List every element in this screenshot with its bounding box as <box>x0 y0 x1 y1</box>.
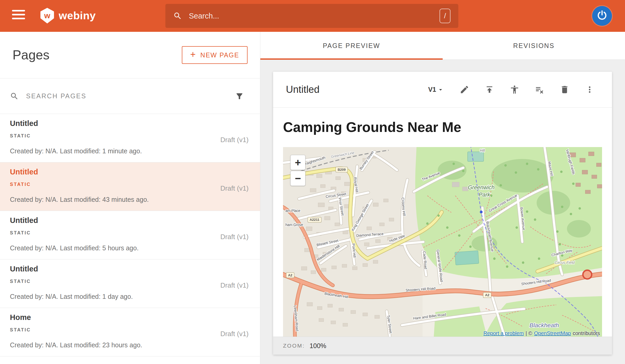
pencil-icon <box>460 85 469 94</box>
page-row-type-badge: STATIC <box>10 279 31 284</box>
map-attribution: Report a problem | © OpenStreetMap contr… <box>483 330 600 336</box>
preview-card-header: Untitled V1 <box>273 72 612 108</box>
tab-bar: PAGE PREVIEW REVISIONS <box>260 32 625 60</box>
delete-button[interactable] <box>554 79 575 101</box>
app-window: w webiny / Pages + NEW PAGE <box>0 0 625 364</box>
version-dropdown[interactable]: V1 <box>428 86 444 93</box>
active-tab-underline <box>260 58 443 60</box>
page-row-status: Draft (v1) <box>220 136 249 144</box>
page-row-meta: Created by: N/A. Last modified: 5 hours … <box>10 244 139 252</box>
new-page-button-label: NEW PAGE <box>200 51 239 59</box>
map-zoom-controls: + − <box>290 155 305 186</box>
list-remove-icon <box>535 85 544 94</box>
more-options-button[interactable] <box>579 79 600 101</box>
zoom-level-label: ZOOM: <box>283 343 305 349</box>
preview-status-bar: ZOOM: 100% <box>273 337 612 355</box>
page-row-type-badge: STATIC <box>10 182 31 187</box>
page-row-status: Draft (v1) <box>220 233 249 241</box>
user-avatar[interactable] <box>592 6 612 26</box>
trash-icon <box>560 85 569 94</box>
attribution-suffix: contributors <box>573 330 600 336</box>
publish-icon <box>485 85 494 94</box>
search-icon <box>173 11 182 20</box>
page-author-button[interactable] <box>503 79 525 101</box>
attribution-separator: | © <box>526 330 532 336</box>
map-marker-dot <box>480 211 483 214</box>
new-page-button[interactable]: + NEW PAGE <box>182 46 248 64</box>
tab-revisions[interactable]: REVISIONS <box>443 32 625 59</box>
report-problem-link[interactable]: Report a problem <box>483 330 524 336</box>
filter-funnel-icon <box>235 92 244 101</box>
page-row-meta: Created by: N/A. Last modified: 1 minute… <box>10 147 142 155</box>
page-row-meta: Created by: N/A. Last modified: 23 hours… <box>10 341 142 349</box>
search-pages-row <box>0 78 260 114</box>
svg-text:B209: B209 <box>338 168 346 172</box>
page-row-title: Home <box>10 313 31 322</box>
kebab-menu-icon <box>585 85 594 94</box>
page-row-title: Untitled <box>10 265 38 273</box>
brand-wordmark: webiny <box>59 10 96 22</box>
tab-page-preview[interactable]: PAGE PREVIEW <box>260 32 443 59</box>
edit-button[interactable] <box>453 79 475 101</box>
webiny-shield-icon: w <box>40 7 55 24</box>
page-list-item[interactable]: Untitled STATIC Draft (v1) Created by: N… <box>0 259 260 308</box>
page-row-type-badge: STATIC <box>10 327 31 333</box>
page-row-title: Untitled <box>10 168 38 176</box>
map-label: Park <box>479 192 490 198</box>
zoom-in-button[interactable]: + <box>290 155 305 170</box>
hamburger-menu-icon[interactable] <box>12 10 25 22</box>
filter-button[interactable] <box>235 92 244 101</box>
top-app-bar: w webiny / <box>0 0 625 32</box>
page-row-title: Untitled <box>10 119 38 128</box>
page-row-title: Untitled <box>10 216 38 225</box>
page-title: Pages <box>13 47 50 63</box>
map-roundabout <box>583 270 592 279</box>
page-list-item[interactable]: Untitled STATIC Draft (v1) Created by: N… <box>0 211 260 259</box>
zoom-out-button[interactable]: − <box>290 171 305 186</box>
page-row-meta: Created by: N/A. Last modified: 43 minut… <box>10 196 149 203</box>
page-row-status: Draft (v1) <box>220 330 249 338</box>
map-label: am Place <box>285 209 301 213</box>
version-label: V1 <box>428 86 436 93</box>
map-label: ham Grove <box>285 223 303 227</box>
publish-button[interactable] <box>478 79 500 101</box>
svg-text:A2: A2 <box>485 293 489 297</box>
person-icon <box>510 85 519 94</box>
page-list-item-selected[interactable]: Untitled STATIC Draft (v1) Created by: N… <box>0 162 260 211</box>
openstreetmap-canvas: A2211 B209 A2 A2 Greenwich Park Blackhea… <box>283 147 602 337</box>
power-icon <box>596 10 608 22</box>
keyboard-shortcut-hint: / <box>440 9 450 23</box>
pages-header: Pages + NEW PAGE <box>0 32 260 78</box>
map-label: Blackheath <box>530 322 559 329</box>
svg-text:w: w <box>44 11 50 20</box>
chevron-down-icon <box>437 86 444 93</box>
unpublish-button[interactable] <box>528 79 550 101</box>
preview-actions <box>453 79 600 101</box>
map-label: Hill <box>480 149 485 153</box>
svg-text:A2: A2 <box>288 273 292 277</box>
global-search[interactable]: / <box>165 4 458 28</box>
plus-icon: + <box>190 49 196 60</box>
page-details-panel: PAGE PREVIEW REVISIONS Untitled V1 <box>260 32 625 364</box>
zoom-level-value: 100% <box>310 342 326 350</box>
map-label: Circus Field <box>555 260 575 265</box>
pages-list-panel: Pages + NEW PAGE Untitled STATIC Draft (… <box>0 32 260 364</box>
map[interactable]: A2211 B209 A2 A2 Greenwich Park Blackhea… <box>283 147 602 337</box>
search-icon <box>10 92 19 101</box>
brand-logo[interactable]: w webiny <box>40 7 96 24</box>
page-preview-card: Untitled V1 <box>273 72 612 355</box>
page-row-status: Draft (v1) <box>220 281 249 289</box>
preview-page-title: Untitled <box>286 84 428 95</box>
map-label: Greenwich <box>468 184 495 191</box>
page-list-item[interactable]: Untitled STATIC Draft (v1) Created by: N… <box>0 114 260 162</box>
page-list-item[interactable]: Home STATIC Draft (v1) Created by: N/A. … <box>0 308 260 356</box>
page-row-status: Draft (v1) <box>220 184 249 192</box>
search-pages-input[interactable] <box>26 92 235 100</box>
openstreetmap-link[interactable]: OpenStreetMap <box>534 330 571 336</box>
page-row-type-badge: STATIC <box>10 230 31 236</box>
page-row-meta: Created by: N/A. Last modified: 1 day ag… <box>10 293 133 300</box>
search-input[interactable] <box>189 12 440 20</box>
svg-text:A2211: A2211 <box>310 218 320 222</box>
page-row-type-badge: STATIC <box>10 133 31 139</box>
page-content-heading: Camping Grounds Near Me <box>283 119 602 135</box>
